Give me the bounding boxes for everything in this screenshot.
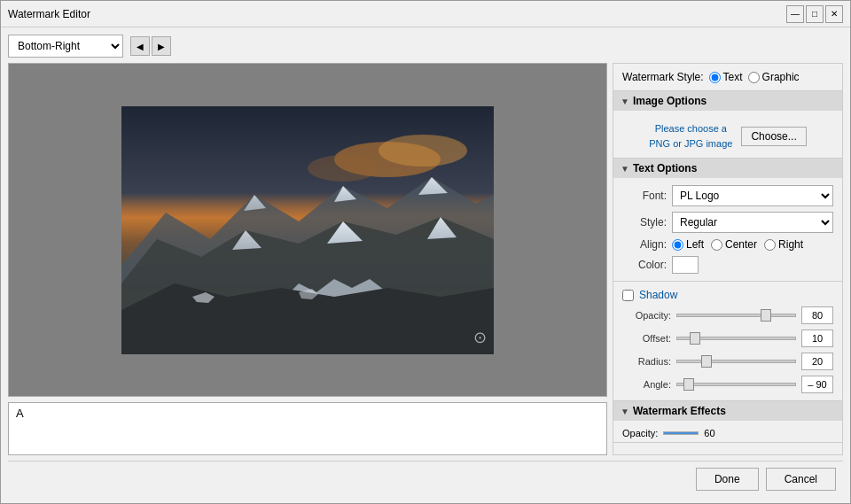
effects-opacity-slider[interactable] [663,431,699,435]
svg-point-2 [379,135,467,167]
watermark-text-area[interactable]: A [8,402,607,455]
done-button[interactable]: Done [696,468,759,491]
effects-opacity-value: 60 [704,428,714,438]
align-left-label: Left [686,238,704,251]
choose-line1: Please choose a [655,123,727,134]
window-controls: — □ ✕ [786,5,843,23]
shadow-row: Shadow [622,289,833,301]
font-row: Font: PL Logo Arial Times New Roman [622,185,833,206]
choose-line2: PNG or JPG image [649,138,732,149]
align-right-label: Right [778,238,803,251]
shadow-body: Shadow Opacity: 80 [613,282,842,400]
svg-point-3 [308,155,379,182]
radius-slider-value: 20 [801,353,833,370]
left-panel: ⊙ A [8,63,607,455]
image-options-title: Image Options [633,95,707,107]
watermark-style-bar: Watermark Style: Text Graphic [613,64,842,91]
nav-arrows: ◀ ▶ [130,36,171,56]
angle-slider-row: Angle: – 90 [622,376,833,393]
shadow-section: Shadow Opacity: 80 [613,282,842,401]
align-left-radio[interactable] [672,239,683,251]
image-options-arrow: ▼ [621,97,629,106]
choose-text: Please choose a PNG or JPG image [649,121,732,151]
title-bar: Watermark Editor — □ ✕ [1,1,850,27]
choose-button[interactable]: Choose... [741,127,806,146]
color-label: Color: [622,259,667,271]
effects-title: Watermark Effects [633,405,726,417]
color-picker[interactable] [672,256,699,274]
image-options-header[interactable]: ▼ Image Options [613,91,842,111]
opacity-slider-value: 80 [801,306,833,324]
font-label: Font: [622,190,667,202]
right-scroll-area[interactable]: ▼ Image Options Please choose a PNG or J… [613,91,842,454]
shadow-link[interactable]: Shadow [639,289,677,301]
offset-slider-value: 10 [801,330,833,347]
image-preview: ⊙ [8,63,607,397]
align-center-radio[interactable] [711,239,722,251]
right-panel: Watermark Style: Text Graphic [613,63,843,455]
image-options-body: Please choose a PNG or JPG image Choose.… [613,111,842,158]
watermark-editor-window: Watermark Editor — □ ✕ Bottom-Right Top-… [0,0,851,504]
align-group: Left Center Right [672,238,803,251]
style-text-option[interactable]: Text [709,71,743,83]
position-select[interactable]: Bottom-Right Top-Left Top-Center Top-Rig… [8,35,123,58]
cancel-button[interactable]: Cancel [766,468,836,491]
style-text-radio[interactable] [709,72,721,83]
close-button[interactable]: ✕ [825,5,843,23]
opacity-slider-track[interactable] [676,314,796,317]
align-label: Align: [622,238,667,251]
style-graphic-radio[interactable] [748,72,760,83]
window-title: Watermark Editor [8,8,90,20]
radius-slider-track[interactable] [676,360,796,363]
next-button[interactable]: ▶ [152,36,171,56]
style-label: Style: [622,216,667,229]
text-area-content: A [16,407,24,420]
top-bar: Bottom-Right Top-Left Top-Center Top-Rig… [8,35,843,58]
angle-slider-label: Angle: [622,379,671,390]
angle-slider-value: – 90 [801,376,833,393]
watermark-effects-header[interactable]: ▼ Watermark Effects [613,401,842,421]
align-right-option[interactable]: Right [764,238,803,251]
text-options-header[interactable]: ▼ Text Options [613,159,842,178]
window-body: Bottom-Right Top-Left Top-Center Top-Rig… [1,27,850,503]
main-content: ⊙ A Watermark Style: Text [8,63,843,455]
style-graphic-label: Graphic [762,71,800,83]
font-select[interactable]: PL Logo Arial Times New Roman [672,185,833,206]
opacity-slider-thumb[interactable] [761,309,771,322]
opacity-slider-label: Opacity: [622,310,671,321]
watermark-style-label: Watermark Style: [622,71,704,83]
offset-slider-track[interactable] [676,337,796,340]
radius-slider-label: Radius: [622,356,671,367]
radius-slider-row: Radius: 20 [622,353,833,370]
preview-image: ⊙ [121,106,494,354]
mountain-svg [121,106,494,354]
style-text-label: Text [723,71,743,83]
style-row: Style: Regular Bold Italic Bold Italic [622,212,833,233]
watermark-effects-section: ▼ Watermark Effects Opacity: 60 [613,401,842,443]
offset-slider-thumb[interactable] [690,332,700,345]
minimize-button[interactable]: — [786,5,804,23]
angle-slider-track[interactable] [676,383,796,386]
style-graphic-option[interactable]: Graphic [748,71,800,83]
angle-slider-thumb[interactable] [683,378,694,391]
effects-arrow: ▼ [621,407,629,416]
radius-slider-thumb[interactable] [701,355,712,368]
color-row: Color: [622,256,833,274]
preview-watermark: ⊙ [473,328,487,347]
text-options-arrow: ▼ [621,164,629,174]
offset-slider-row: Offset: 10 [622,330,833,347]
choose-btn-area: Please choose a PNG or JPG image Choose.… [622,121,833,151]
image-options-section: ▼ Image Options Please choose a PNG or J… [613,91,842,159]
align-center-option[interactable]: Center [711,238,757,251]
maximize-button[interactable]: □ [806,5,824,23]
shadow-checkbox[interactable] [622,290,634,301]
align-right-radio[interactable] [764,239,776,251]
effects-opacity-label: Opacity: [622,428,658,438]
opacity-slider-row: Opacity: 80 [622,306,833,324]
style-select[interactable]: Regular Bold Italic Bold Italic [672,212,833,233]
text-options-title: Text Options [633,162,697,174]
prev-button[interactable]: ◀ [130,36,150,56]
align-row: Align: Left Center [622,238,833,251]
text-options-body: Font: PL Logo Arial Times New Roman Styl… [613,178,842,281]
align-left-option[interactable]: Left [672,238,704,251]
